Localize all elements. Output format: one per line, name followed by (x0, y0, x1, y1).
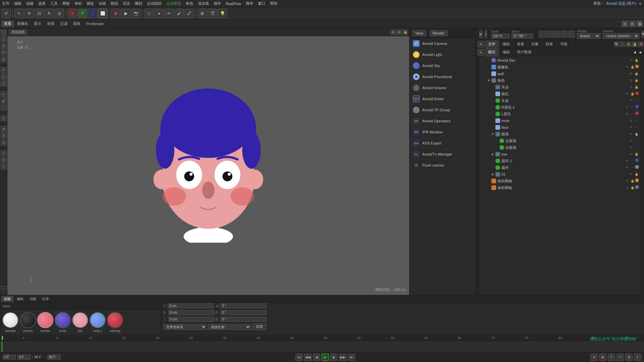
ear-lock[interactable]: 🔒 (634, 85, 639, 89)
obj-rt-menu[interactable]: ≡ (477, 49, 484, 56)
z-axis-button[interactable]: Z (88, 9, 97, 18)
expand-icon[interactable] (491, 105, 495, 109)
01-expand[interactable]: ▶ (491, 172, 495, 176)
render-icon1[interactable] (539, 31, 545, 38)
record-button[interactable]: ⏺ (111, 9, 120, 18)
anim-button[interactable]: 🎬 (208, 9, 217, 18)
menu-tools[interactable]: 工具 (50, 1, 58, 6)
wall-vis[interactable]: 👁 (629, 71, 633, 76)
menu-edit[interactable]: 编辑 (14, 1, 21, 6)
render-icon3[interactable] (553, 31, 560, 38)
tc-rec-btn[interactable]: ⏺ (590, 354, 598, 361)
tree-rbrow[interactable]: R眉毛-1 👁 ✓ (481, 104, 640, 111)
brush-button[interactable]: 🖌 (174, 9, 184, 18)
left-tool-5[interactable]: ◎ (1, 56, 7, 62)
menu-mograph[interactable]: 运动图形 (166, 1, 181, 6)
sub-filter[interactable]: 过滤 (57, 20, 70, 27)
expand-icon[interactable] (487, 72, 491, 76)
arnold-render-btn[interactable]: Render (430, 30, 448, 36)
eye-expand[interactable]: ▶ (491, 152, 495, 156)
left-tool-1[interactable]: ⬛ (1, 29, 7, 36)
tc-start-input[interactable] (17, 355, 31, 360)
menu-snap[interactable]: 捕捉 (87, 1, 94, 6)
hair-check[interactable]: ✓ (634, 98, 639, 103)
tf-p-val[interactable] (220, 310, 266, 315)
menu-help[interactable]: 帮助 (270, 1, 277, 6)
layout-btn1[interactable]: ⊟ (622, 21, 628, 27)
arnold-procedural-item[interactable]: Arnold Procedural (410, 71, 476, 82)
face-check[interactable]: ✓ (634, 125, 639, 130)
obj-tab-edit[interactable]: 编辑 (499, 40, 514, 49)
x-axis-button[interactable]: X (68, 9, 77, 18)
tc-rec2-btn[interactable]: ⏺ (599, 354, 606, 361)
ear-vis[interactable]: 👁 (629, 85, 633, 89)
arnold-tp-item[interactable]: Arnold TP Group (410, 105, 476, 116)
mat-standar2[interactable]: standar (37, 312, 53, 333)
tl-tab-edit[interactable]: 编辑 (14, 296, 26, 302)
left-tool-12[interactable]: S (1, 115, 7, 121)
arnold-driver-item[interactable]: Arnold Driver (410, 94, 476, 105)
expand-icon[interactable] (495, 145, 499, 149)
select-button[interactable]: ↖ (14, 9, 24, 18)
edit-button[interactable]: ✏ (164, 9, 174, 18)
obj-rt-next[interactable]: ▶ (638, 50, 643, 55)
menu-plugins[interactable]: 插件 (214, 1, 221, 6)
left-tool-8[interactable]: ⬡ (1, 80, 7, 86)
left-tool-14[interactable]: ∅ (1, 133, 7, 139)
render-play-btn[interactable]: ▶ (479, 30, 483, 38)
left-tool-4[interactable]: ↻ (1, 50, 7, 56)
obj-tab-view[interactable]: 查看 (514, 40, 528, 49)
move-button[interactable]: ✛ (24, 9, 34, 18)
rbrow-check[interactable]: ✓ (630, 105, 635, 110)
rotate-button[interactable]: ↻ (45, 9, 54, 18)
mat-toufa1[interactable]: toufa.1 (90, 312, 106, 333)
arnold-view-btn[interactable]: View (412, 30, 426, 36)
obj-pin-btn[interactable]: 📌 (638, 42, 643, 47)
menu-sculpt[interactable]: 雕刻 (135, 1, 142, 6)
ring-vis[interactable]: 👁 (625, 165, 629, 170)
arnold-tx-item[interactable]: Tx Asset/Tx Manager (410, 149, 476, 160)
scale-button[interactable]: ⊡ (35, 9, 44, 18)
arnold-volume-item[interactable]: Arnold Volume (410, 82, 476, 94)
cheek-lock[interactable]: 🔒 (630, 92, 635, 96)
char-expand[interactable]: ▼ (487, 78, 491, 82)
rbrow-vis[interactable]: 👁 (625, 105, 629, 110)
eye-lock[interactable]: 🔒 (634, 152, 639, 157)
tree-hair[interactable]: 头发 👁 ✓ (481, 97, 640, 104)
obj-rt-edit[interactable]: 编辑 (499, 48, 514, 57)
menu-mesh[interactable]: 网格 (62, 1, 70, 6)
tree-character[interactable]: ▼ LO 角色 👁 🔒 (481, 77, 640, 84)
ring1-vis[interactable]: 👁 (625, 159, 629, 163)
left-tool-17[interactable]: ⌬ (1, 157, 7, 163)
object-button[interactable]: ⬜ (98, 9, 107, 18)
tf-x-pos[interactable] (168, 303, 214, 308)
tc-step-fwd-btn[interactable]: ▶ (330, 354, 338, 361)
tree-cheek[interactable]: 脸红 👁 🔒 (481, 90, 640, 97)
menu-volume[interactable]: 体积 (74, 1, 82, 6)
render-icon4[interactable] (561, 31, 568, 38)
tf-y-pos[interactable] (168, 310, 214, 315)
face-vis[interactable]: 👁 (629, 125, 633, 130)
tree-eye[interactable]: ▶ LO eye 👁 🔒 (481, 151, 640, 158)
obj-tab-bookmark[interactable]: 书签 (557, 40, 571, 49)
tf-h-val[interactable] (220, 303, 266, 308)
menu-render[interactable]: 渲染 (123, 1, 130, 6)
timeline-track[interactable] (0, 341, 644, 352)
arnold-camera-item[interactable]: Arnold Camera (410, 38, 476, 49)
cam-vis[interactable]: 👁 (625, 65, 629, 69)
left-tool-16[interactable]: ⌖ (1, 150, 7, 156)
righteye-vis[interactable]: 👁 (629, 145, 633, 150)
render-settings-btn[interactable]: ⚙ (641, 31, 644, 38)
expand-icon[interactable] (487, 58, 491, 62)
char-vis[interactable]: 👁 (629, 78, 633, 83)
mat-standan[interactable]: standan (2, 312, 18, 333)
sub-display[interactable]: 显示 (31, 20, 44, 27)
mesh2-lock[interactable]: 🔒 (630, 185, 635, 190)
tf-coord-select[interactable]: 世界坐标系 (163, 324, 207, 330)
tree-arnold-sky[interactable]: Arnold Sky 👁 🔒 (481, 57, 640, 64)
menu-script[interactable]: 脚本 (246, 1, 253, 6)
display-select[interactable]: beauty (577, 33, 600, 39)
arnold-light-item[interactable]: Arnold Light (410, 49, 476, 60)
tl-tab-func[interactable]: 功能 (27, 296, 39, 302)
render-icon2[interactable] (546, 31, 553, 38)
